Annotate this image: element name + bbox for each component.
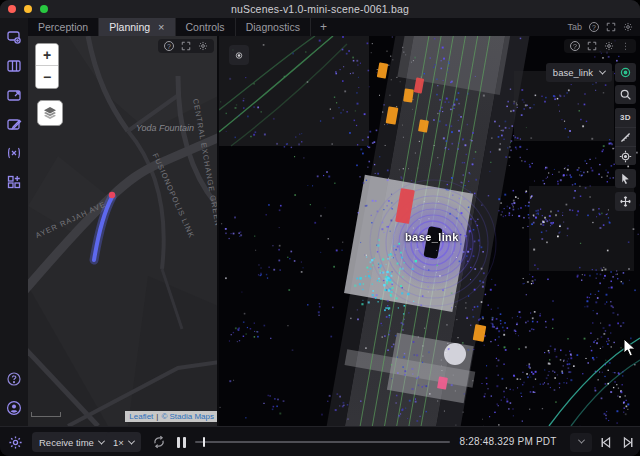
view-tool-group: 3D bbox=[615, 108, 636, 165]
panel-help-icon[interactable]: ? bbox=[570, 41, 580, 51]
tab-label: Diagnostics bbox=[246, 21, 300, 33]
playback-settings-button[interactable] bbox=[6, 433, 24, 451]
playback-bar: Receive time 1× 8:28:48.329 PM PDT bbox=[0, 426, 640, 456]
seek-forward-button[interactable] bbox=[619, 433, 637, 451]
tab-label: Perception bbox=[38, 21, 88, 33]
scene-tools: 3D bbox=[615, 85, 636, 211]
panel-container: Yoda Fountain CENTRAL EXCHANGE GREEN FUS… bbox=[28, 36, 640, 426]
add-tab-button[interactable]: + bbox=[311, 18, 336, 36]
search-icon bbox=[619, 88, 632, 101]
tab-planning[interactable]: Planning× bbox=[99, 18, 175, 36]
scene-panel-toolbar: ? ⋮ bbox=[564, 39, 636, 53]
timeline-slider[interactable] bbox=[195, 441, 450, 443]
timestamp-mode-label: Receive time bbox=[39, 437, 94, 448]
tab-label: Controls bbox=[186, 21, 225, 33]
search-button[interactable] bbox=[615, 85, 636, 104]
map-attribution: Leaflet | © Stadia Maps bbox=[125, 411, 218, 422]
activity-bar bbox=[0, 18, 28, 426]
cursor-icon bbox=[619, 172, 632, 185]
titlebar: nuScenes-v1.0-mini-scene-0061.bag bbox=[0, 0, 640, 18]
frame-selector-button[interactable]: base_link bbox=[546, 63, 612, 82]
pause-button[interactable] bbox=[173, 433, 189, 451]
skip-previous-icon bbox=[599, 436, 612, 449]
move-camera-button[interactable] bbox=[615, 192, 636, 211]
panel-help-icon[interactable]: ? bbox=[589, 22, 599, 32]
3d-scene-panel[interactable]: base_link ? ⋮ base_link bbox=[219, 36, 640, 426]
chevron-down-icon bbox=[577, 437, 584, 444]
frame-lock-button[interactable] bbox=[615, 63, 636, 82]
loop-icon bbox=[152, 435, 166, 449]
map-zoom-out-button[interactable]: − bbox=[36, 66, 58, 88]
settings-gear-icon[interactable] bbox=[623, 22, 633, 32]
tab-label: Planning bbox=[109, 21, 150, 33]
stadia-maps-link[interactable]: © Stadia Maps bbox=[161, 412, 214, 421]
playback-speed-label: 1× bbox=[113, 437, 124, 448]
map-layers-button[interactable] bbox=[37, 100, 63, 126]
frame-selector-label: base_link bbox=[553, 67, 593, 78]
pause-icon bbox=[183, 437, 186, 448]
layers-icon bbox=[42, 105, 58, 121]
app-window: nuScenes-v1.0-mini-scene-0061.bag bbox=[0, 0, 640, 456]
layers-icon bbox=[235, 49, 243, 62]
frame-lock-icon bbox=[619, 66, 632, 79]
timeline-playhead[interactable] bbox=[203, 437, 205, 447]
publish-point-button[interactable] bbox=[615, 146, 636, 165]
tab-perception[interactable]: Perception bbox=[28, 18, 99, 36]
tab-strip: PerceptionPlanning×ControlsDiagnostics bbox=[28, 18, 311, 36]
toggle-3d-button[interactable]: 3D bbox=[615, 108, 636, 127]
add-panel-icon[interactable] bbox=[3, 84, 25, 106]
settings-gear-icon[interactable] bbox=[198, 41, 208, 51]
help-icon[interactable] bbox=[3, 368, 25, 390]
select-tool-button[interactable] bbox=[615, 169, 636, 188]
clock-format-button[interactable] bbox=[570, 433, 592, 452]
scene-layers-button[interactable] bbox=[229, 45, 249, 65]
tab-controls[interactable]: Controls bbox=[176, 18, 236, 36]
gear-icon bbox=[8, 435, 23, 450]
tab-diagnostics[interactable]: Diagnostics bbox=[236, 18, 311, 36]
tab-close-button[interactable]: × bbox=[158, 22, 164, 33]
map-panel-toolbar: ? bbox=[158, 39, 214, 53]
move-icon bbox=[619, 195, 632, 208]
leaflet-link[interactable]: Leaflet bbox=[129, 412, 153, 421]
extensions-icon[interactable] bbox=[3, 171, 25, 193]
tab-panel-toolbar: Tab ? bbox=[567, 18, 640, 36]
seek-backward-button[interactable] bbox=[596, 433, 614, 451]
window-title: nuScenes-v1.0-mini-scene-0061.bag bbox=[0, 3, 640, 15]
attribution-divider: | bbox=[156, 412, 158, 421]
playback-speed-button[interactable]: 1× bbox=[106, 432, 141, 452]
pause-icon bbox=[177, 437, 180, 448]
fullscreen-icon[interactable] bbox=[181, 41, 191, 51]
chevron-down-icon bbox=[599, 68, 606, 75]
skip-next-icon bbox=[622, 436, 635, 449]
data-source-icon[interactable] bbox=[3, 26, 25, 48]
tab-bar: PerceptionPlanning×ControlsDiagnostics +… bbox=[28, 18, 640, 36]
more-options-icon[interactable]: ⋮ bbox=[621, 41, 630, 51]
chevron-down-icon bbox=[128, 437, 135, 444]
fullscreen-icon[interactable] bbox=[606, 22, 616, 32]
map-zoom-control: + − bbox=[35, 43, 59, 89]
panel-help-icon[interactable]: ? bbox=[164, 41, 174, 51]
timestamp-mode-button[interactable]: Receive time bbox=[32, 432, 111, 452]
publish-point-icon bbox=[619, 150, 632, 163]
chevron-down-icon bbox=[98, 437, 105, 444]
ruler-icon bbox=[619, 131, 632, 144]
layouts-icon[interactable] bbox=[3, 55, 25, 77]
fullscreen-icon[interactable] bbox=[587, 41, 597, 51]
loop-playback-button[interactable] bbox=[150, 433, 168, 451]
tab-panel-label: Tab bbox=[567, 22, 582, 32]
map-panel: Yoda Fountain CENTRAL EXCHANGE GREEN FUS… bbox=[28, 36, 218, 426]
settings-gear-icon[interactable] bbox=[604, 41, 614, 51]
layout-area: PerceptionPlanning×ControlsDiagnostics +… bbox=[28, 18, 640, 426]
measure-button[interactable] bbox=[615, 127, 636, 146]
edit-icon[interactable] bbox=[3, 113, 25, 135]
lidar-point-cloud bbox=[219, 36, 640, 426]
map-canvas[interactable] bbox=[28, 36, 218, 426]
route-endpoint bbox=[109, 192, 115, 198]
variables-icon[interactable] bbox=[3, 142, 25, 164]
map-zoom-in-button[interactable]: + bbox=[36, 44, 58, 66]
account-icon[interactable] bbox=[3, 397, 25, 419]
playback-clock: 8:28:48.329 PM PDT bbox=[452, 436, 564, 447]
map-scale-bar bbox=[31, 412, 61, 417]
